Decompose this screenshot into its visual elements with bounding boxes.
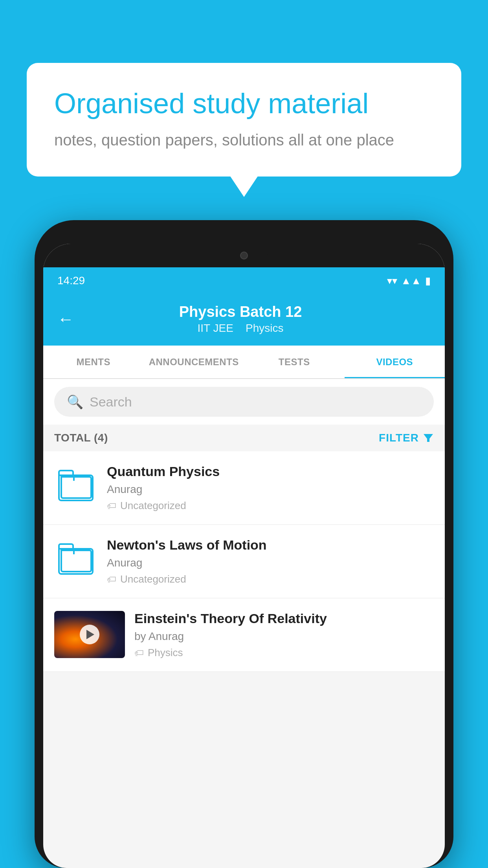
search-bar[interactable]: 🔍 Search	[54, 387, 434, 417]
toolbar-title: Physics Batch 12	[85, 303, 396, 320]
video-author-3: by Anurag	[134, 630, 434, 643]
svg-marker-0	[424, 434, 433, 442]
folder-icon-2	[58, 543, 94, 575]
app-toolbar: ← Physics Batch 12 IIT JEE Physics	[43, 294, 445, 346]
video-tag-label-1: Uncategorized	[120, 500, 186, 512]
list-item[interactable]: Quantum Physics Anurag 🏷 Uncategorized	[43, 451, 445, 525]
status-bar: 14:29 ▾▾ ▲▲ ▮	[43, 267, 445, 294]
list-item[interactable]: Newton's Laws of Motion Anurag 🏷 Uncateg…	[43, 525, 445, 598]
folder-thumb-2	[54, 537, 97, 581]
video-tag-1: 🏷 Uncategorized	[107, 500, 434, 512]
play-button-3[interactable]	[80, 625, 99, 644]
video-thumbnail-3	[54, 611, 125, 658]
tag-icon-3: 🏷	[134, 647, 144, 658]
video-tag-label-2: Uncategorized	[120, 573, 186, 585]
status-time: 14:29	[57, 274, 85, 287]
folder-front-tab	[61, 549, 75, 554]
bubble-subtitle: notes, question papers, solutions all at…	[54, 131, 434, 149]
background: Organised study material notes, question…	[0, 0, 488, 868]
filter-icon	[423, 432, 434, 443]
tab-ments[interactable]: MENTS	[43, 346, 144, 378]
video-tag-2: 🏷 Uncategorized	[107, 573, 434, 585]
search-icon: 🔍	[67, 394, 83, 410]
search-bar-container: 🔍 Search	[43, 379, 445, 425]
notch-cutout	[220, 248, 268, 263]
tag-icon-2: 🏷	[107, 574, 116, 585]
video-author-2: Anurag	[107, 557, 434, 569]
folder-icon-1	[58, 470, 94, 501]
list-item[interactable]: Einstein's Theory Of Relativity by Anura…	[43, 598, 445, 672]
video-list: Quantum Physics Anurag 🏷 Uncategorized	[43, 451, 445, 672]
folder-front-tab	[61, 475, 75, 481]
battery-icon: ▮	[425, 275, 431, 287]
play-icon	[86, 630, 94, 639]
bubble-title: Organised study material	[54, 86, 434, 120]
filter-button[interactable]: FILTER	[379, 432, 434, 444]
search-placeholder: Search	[90, 394, 132, 410]
camera-dot	[240, 252, 248, 259]
tab-videos[interactable]: VIDEOS	[345, 346, 445, 378]
video-title-1: Quantum Physics	[107, 464, 434, 479]
video-info-1: Quantum Physics Anurag 🏷 Uncategorized	[107, 464, 434, 512]
filter-row: TOTAL (4) FILTER	[43, 425, 445, 451]
video-tag-label-3: Physics	[148, 647, 183, 659]
tag-icon-1: 🏷	[107, 500, 116, 511]
video-title-3: Einstein's Theory Of Relativity	[134, 611, 434, 626]
phone-notch	[43, 244, 445, 267]
wifi-icon: ▾▾	[387, 275, 397, 287]
phone-screen: 14:29 ▾▾ ▲▲ ▮ ← Physics Batch 12 IIT JEE	[43, 244, 445, 868]
video-tag-3: 🏷 Physics	[134, 647, 434, 659]
screen-content: 14:29 ▾▾ ▲▲ ▮ ← Physics Batch 12 IIT JEE	[43, 267, 445, 868]
speech-bubble: Organised study material notes, question…	[27, 63, 461, 177]
video-title-2: Newton's Laws of Motion	[107, 537, 434, 553]
status-icons: ▾▾ ▲▲ ▮	[387, 275, 431, 287]
tab-announcements[interactable]: ANNOUNCEMENTS	[144, 346, 244, 378]
total-label: TOTAL (4)	[54, 432, 108, 444]
tab-tests[interactable]: TESTS	[244, 346, 345, 378]
video-info-2: Newton's Laws of Motion Anurag 🏷 Uncateg…	[107, 537, 434, 585]
toolbar-subtitle: IIT JEE Physics	[85, 322, 396, 335]
toolbar-subtitle2: Physics	[246, 322, 283, 334]
signal-icon: ▲▲	[401, 275, 421, 287]
video-info-3: Einstein's Theory Of Relativity by Anura…	[134, 611, 434, 659]
toolbar-subtitle1: IIT JEE	[198, 322, 233, 334]
toolbar-text: Physics Batch 12 IIT JEE Physics	[85, 303, 396, 335]
tab-bar: MENTS ANNOUNCEMENTS TESTS VIDEOS	[43, 346, 445, 379]
speech-bubble-section: Organised study material notes, question…	[27, 63, 461, 177]
video-author-1: Anurag	[107, 483, 434, 496]
filter-label: FILTER	[379, 432, 419, 444]
phone-frame: 14:29 ▾▾ ▲▲ ▮ ← Physics Batch 12 IIT JEE	[35, 220, 453, 868]
folder-thumb-1	[54, 464, 97, 507]
back-button[interactable]: ←	[57, 310, 74, 329]
